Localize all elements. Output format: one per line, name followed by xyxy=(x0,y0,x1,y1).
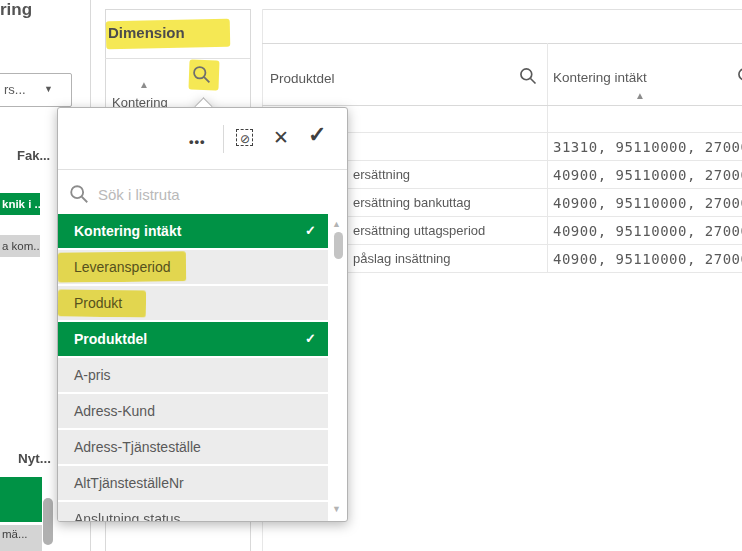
list-item-anslutning-status[interactable]: Anslutning status xyxy=(58,502,328,522)
sidebar-listbox2-label: Nyt... xyxy=(18,451,51,466)
search-icon xyxy=(68,183,90,205)
column-header-kontering-intakt[interactable]: Kontering intäkt xyxy=(553,70,647,85)
popup-toolbar-divider xyxy=(58,169,348,170)
dimension-search-icon[interactable] xyxy=(191,64,212,85)
list-item-label: A-pris xyxy=(74,367,111,383)
sidebar-dropdown[interactable]: rs... ▼ xyxy=(0,73,72,107)
list-item-produkt[interactable]: Produkt xyxy=(58,286,328,320)
clear-selections-icon[interactable]: ⊘ xyxy=(236,129,253,146)
list-item-label: Produkt xyxy=(74,295,122,311)
list-item-kontering-intakt[interactable]: Kontering intäkt ✓ xyxy=(58,214,328,248)
sidebar-dropdown-value: rs... xyxy=(4,82,26,97)
list-item-a-pris[interactable]: A-pris xyxy=(58,358,328,392)
check-icon: ✓ xyxy=(305,322,316,356)
dimension-selection-popup: ••• ⊘ ✕ ✓ Sök i listruta Kontering intäk… xyxy=(57,107,348,522)
dimension-panel-title: Dimension xyxy=(108,24,185,41)
list-item-label: AltTjänsteställeNr xyxy=(74,475,184,491)
list-item-alttjanstestallenr[interactable]: AltTjänsteställeNr xyxy=(58,466,328,500)
cell-kontering: 31310, 95110000, 27000 xyxy=(553,139,742,155)
scroll-up-icon[interactable]: ▲ xyxy=(332,219,341,229)
confirm-icon[interactable]: ✓ xyxy=(308,122,326,148)
scroll-down-icon[interactable]: ▼ xyxy=(332,504,341,514)
cancel-icon[interactable]: ✕ xyxy=(273,126,289,149)
list-item-produktdel[interactable]: Produktdel ✓ xyxy=(58,322,328,356)
produktdel-search-icon[interactable] xyxy=(518,66,538,86)
list-item-label: Leveransperiod xyxy=(74,259,171,275)
sidebar-listbox-title: ring xyxy=(0,0,32,20)
kontering-search-icon[interactable] xyxy=(736,66,742,86)
list-item-adress-kund[interactable]: Adress-Kund xyxy=(58,394,328,428)
list-item-label: Produktdel xyxy=(74,331,147,347)
sidebar-listbox1-alternative-item[interactable]: a kom... xyxy=(0,235,40,257)
chevron-down-icon: ▼ xyxy=(44,84,53,94)
listbox-search-input[interactable]: Sök i listruta xyxy=(98,186,180,203)
sort-ascending-icon: ▲ xyxy=(139,79,149,90)
cell-kontering: 40900, 95110000, 27000 xyxy=(553,223,742,239)
table-grid-top-border xyxy=(262,43,742,44)
sidebar-scrollbar-thumb[interactable] xyxy=(43,498,53,545)
popup-body: ••• ⊘ ✕ ✓ Sök i listruta Kontering intäk… xyxy=(57,107,348,522)
cell-produktdel: påslag insättning xyxy=(353,251,451,266)
cell-produktdel: ersättning xyxy=(353,167,410,182)
list-item-label: Adress-Tjänsteställe xyxy=(74,439,201,455)
dimension-header-divider xyxy=(105,58,250,59)
table-panel-top-border xyxy=(262,9,742,10)
sort-ascending-icon: ▲ xyxy=(635,90,645,101)
list-item-label: Adress-Kund xyxy=(74,403,155,419)
list-item-label: Anslutning status xyxy=(74,511,181,522)
check-icon: ✓ xyxy=(305,214,316,248)
cell-kontering: 40900, 95110000, 27000 xyxy=(553,167,742,183)
dimension-panel-top-border xyxy=(105,9,250,10)
cell-kontering: 40900, 95110000, 27000 xyxy=(553,251,742,267)
column-header-produktdel[interactable]: Produktdel xyxy=(270,71,335,86)
sidebar-listbox2-alternative-item[interactable]: mä... xyxy=(0,525,42,551)
sidebar-listbox1-selected-item[interactable]: knik i ... xyxy=(0,193,40,215)
cell-produktdel: ersättning bankuttag xyxy=(353,195,471,210)
qlik-sense-sheet: ring rs... ▼ Fak... knik i ... a kom... … xyxy=(0,0,742,551)
circle-slash-icon: ⊘ xyxy=(240,132,250,146)
list-item-label: Kontering intäkt xyxy=(74,223,181,239)
more-options-icon[interactable]: ••• xyxy=(189,134,206,149)
sidebar-listbox1-label: Fak... xyxy=(17,148,50,163)
list-item-adress-tjanstestalle[interactable]: Adress-Tjänsteställe xyxy=(58,430,328,464)
cell-kontering: 40900, 95110000, 27000 xyxy=(553,195,742,211)
popup-scrollbar-thumb[interactable] xyxy=(334,232,343,259)
toolbar-divider xyxy=(223,125,224,153)
list-item-leveransperiod[interactable]: Leveransperiod xyxy=(58,250,328,284)
sidebar-listbox2-selected-item[interactable] xyxy=(0,477,42,522)
cell-produktdel: ersättning uttagsperiod xyxy=(353,223,485,238)
